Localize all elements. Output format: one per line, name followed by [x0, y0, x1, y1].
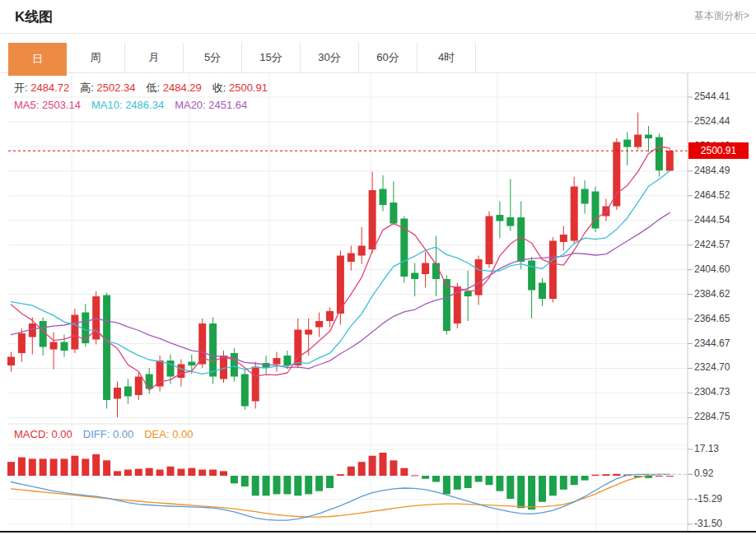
tab-5分[interactable]: 5分 — [184, 43, 242, 72]
legend-item: 收: 2500.91 — [212, 81, 268, 94]
macd-bar-positive — [61, 458, 68, 476]
price-axis-label: 2364.65 — [694, 313, 730, 324]
macd-bar-negative — [634, 476, 642, 477]
macd-bar-positive — [82, 458, 89, 476]
candle-body-up — [348, 254, 355, 262]
legend-item: MA20: 2451.64 — [175, 99, 247, 111]
candle-body-up — [337, 256, 344, 314]
candle-body-up — [602, 207, 609, 216]
legend-item: 开: 2484.72 — [14, 81, 69, 94]
candle-body-down — [82, 313, 89, 343]
macd-bar-positive — [348, 467, 355, 476]
legend-item: MACD: 0.00 — [14, 428, 72, 440]
tab-月[interactable]: 月 — [125, 43, 184, 72]
price-axis-label: 2324.70 — [694, 361, 730, 373]
candle-body-up — [549, 241, 557, 299]
candle-body-up — [18, 333, 26, 353]
macd-bar-negative — [645, 476, 652, 478]
legend-item: DEA: 0.00 — [144, 428, 193, 440]
macd-bar-positive — [666, 476, 674, 477]
ohlc-legend: 开: 2484.72高: 2502.34低: 2484.29收: 2500.91 — [14, 81, 278, 95]
candle-body-down — [167, 361, 175, 376]
candle-body-down — [411, 273, 418, 279]
legend-item: 高: 2502.34 — [80, 81, 135, 94]
candle-body-down — [623, 140, 631, 147]
tab-日[interactable]: 日 — [8, 43, 67, 76]
macd-bar-negative — [263, 476, 270, 495]
macd-bar-positive — [177, 469, 184, 476]
macd-bar-negative — [283, 476, 291, 494]
candle-body-up — [7, 357, 15, 365]
candle-body-up — [114, 388, 121, 398]
macd-bar-positive — [209, 470, 217, 476]
macd-bar-positive — [220, 471, 227, 476]
ma20-line — [12, 212, 670, 368]
candle-body-down — [539, 283, 546, 299]
macd-bar-negative — [486, 476, 493, 485]
macd-bar-positive — [156, 470, 164, 476]
candle-body-up — [71, 315, 78, 350]
macd-bar-negative — [326, 476, 334, 488]
tab-周[interactable]: 周 — [67, 43, 125, 72]
macd-bar-negative — [454, 476, 461, 490]
candle-body-up — [326, 311, 334, 321]
candle-body-down — [581, 189, 589, 204]
candle-body-up — [315, 321, 323, 327]
tab-60分[interactable]: 60分 — [359, 43, 418, 72]
legend-item: MA5: 2503.14 — [14, 99, 81, 111]
tab-4时[interactable]: 4时 — [418, 43, 476, 72]
candle-body-up — [273, 358, 281, 364]
macd-bar-positive — [188, 468, 195, 476]
macd-bar-negative — [315, 476, 323, 491]
macd-bar-positive — [135, 469, 142, 476]
candle-body-down — [496, 215, 503, 221]
macd-bar-positive — [114, 471, 121, 476]
fundamental-analysis-link[interactable]: 基本面分析> — [694, 9, 749, 23]
candle-body-up — [252, 367, 259, 402]
tab-15分[interactable]: 15分 — [242, 43, 301, 72]
candle-body-down — [528, 261, 535, 291]
macd-bar-positive — [198, 470, 206, 476]
candle-body-down — [61, 342, 68, 351]
macd-axis-label: 0.92 — [694, 468, 713, 479]
macd-bar-negative — [517, 476, 525, 508]
macd-bar-negative — [422, 476, 429, 479]
candle-body-up — [305, 330, 312, 335]
ma-legend: MA5: 2503.14MA10: 2486.34MA20: 2451.64 — [14, 99, 258, 111]
price-axis-label: 2484.49 — [694, 165, 730, 176]
candle-body-down — [283, 356, 291, 365]
candle-body-up — [454, 286, 461, 323]
page-title: K线图 — [15, 7, 53, 26]
candle-body-up — [486, 216, 493, 264]
tab-30分[interactable]: 30分 — [301, 43, 359, 72]
macd-bar-negative — [581, 476, 589, 481]
candle-body-down — [432, 263, 440, 279]
macd-bar-positive — [358, 462, 366, 476]
macd-bar-positive — [92, 454, 100, 476]
macd-bar-positive — [18, 458, 26, 476]
candle-body-down — [645, 135, 652, 138]
candle-body-down — [506, 217, 514, 226]
candle-body-down — [188, 362, 195, 365]
macd-bar-negative — [305, 476, 312, 494]
macd-bar-positive — [40, 458, 47, 476]
candle-body-up — [560, 235, 567, 242]
macd-axis-label: 17.13 — [694, 443, 719, 454]
macd-bar-negative — [506, 476, 514, 499]
candle-body-up — [92, 296, 100, 339]
macd-bar-positive — [380, 453, 387, 476]
legend-item: 低: 2484.29 — [146, 81, 201, 94]
macd-bar-negative — [549, 476, 557, 495]
candle-body-down — [380, 189, 387, 205]
legend-item: DIFF: 0.00 — [83, 428, 133, 440]
price-axis-label: 2544.41 — [694, 91, 730, 102]
header-divider — [0, 33, 756, 34]
current-price-badge: 2500.91 — [688, 142, 749, 159]
macd-bar-negative — [443, 476, 450, 494]
ma5-line — [12, 147, 670, 390]
candle-body-down — [241, 374, 249, 407]
price-axis-label: 2464.52 — [694, 189, 730, 201]
candle-body-down — [592, 192, 600, 229]
macd-bar-negative — [231, 476, 238, 483]
macd-bar-positive — [124, 470, 132, 476]
